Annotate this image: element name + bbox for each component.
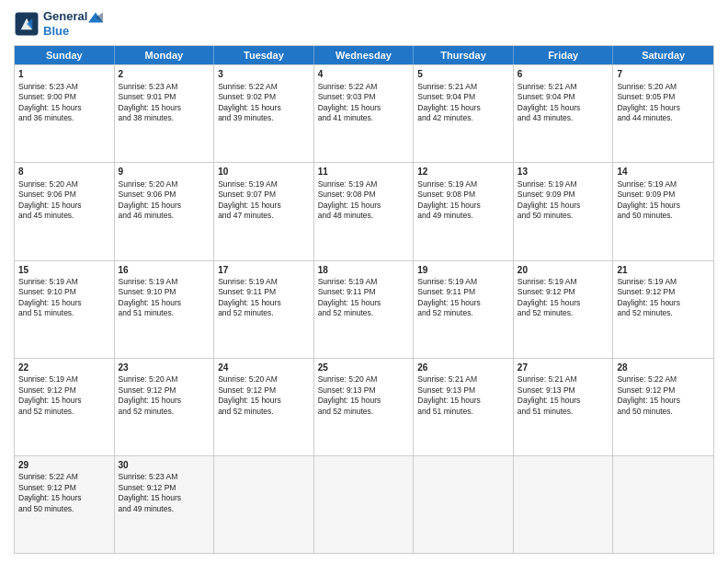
day-info-10: Sunrise: 5:19 AM Sunset: 9:07 PM Dayligh… bbox=[218, 179, 281, 220]
day-cell-11: 11Sunrise: 5:19 AM Sunset: 9:08 PM Dayli… bbox=[314, 163, 415, 259]
day-number-5: 5 bbox=[417, 68, 509, 81]
header-wednesday: Wednesday bbox=[314, 46, 415, 64]
empty-cell bbox=[414, 456, 514, 553]
day-cell-7: 7Sunrise: 5:20 AM Sunset: 9:05 PM Daylig… bbox=[613, 65, 713, 162]
day-info-17: Sunrise: 5:19 AM Sunset: 9:11 PM Dayligh… bbox=[218, 277, 281, 317]
calendar-body: 1Sunrise: 5:23 AM Sunset: 9:00 PM Daylig… bbox=[15, 64, 713, 553]
empty-cell bbox=[214, 456, 314, 553]
week-row-4: 22Sunrise: 5:19 AM Sunset: 9:12 PM Dayli… bbox=[15, 358, 713, 455]
day-number-17: 17 bbox=[218, 264, 310, 277]
day-number-8: 8 bbox=[18, 166, 110, 178]
calendar-header: SundayMondayTuesdayWednesdayThursdayFrid… bbox=[15, 46, 713, 64]
week-row-1: 1Sunrise: 5:23 AM Sunset: 9:00 PM Daylig… bbox=[15, 64, 713, 162]
day-cell-15: 15Sunrise: 5:19 AM Sunset: 9:10 PM Dayli… bbox=[15, 261, 115, 358]
header-sunday: Sunday bbox=[15, 46, 115, 64]
day-cell-19: 19Sunrise: 5:19 AM Sunset: 9:11 PM Dayli… bbox=[414, 261, 514, 358]
logo-icon bbox=[14, 11, 40, 37]
day-info-30: Sunrise: 5:23 AM Sunset: 9:12 PM Dayligh… bbox=[119, 472, 182, 512]
day-cell-29: 29Sunrise: 5:22 AM Sunset: 9:12 PM Dayli… bbox=[15, 456, 115, 553]
day-number-30: 30 bbox=[119, 459, 210, 472]
day-cell-13: 13Sunrise: 5:19 AM Sunset: 9:09 PM Dayli… bbox=[514, 163, 614, 259]
day-info-24: Sunrise: 5:20 AM Sunset: 9:12 PM Dayligh… bbox=[218, 374, 281, 415]
day-number-27: 27 bbox=[518, 362, 609, 374]
day-cell-17: 17Sunrise: 5:19 AM Sunset: 9:11 PM Dayli… bbox=[214, 261, 314, 358]
day-number-14: 14 bbox=[617, 166, 710, 178]
day-info-19: Sunrise: 5:19 AM Sunset: 9:11 PM Dayligh… bbox=[417, 277, 481, 317]
day-info-26: Sunrise: 5:21 AM Sunset: 9:13 PM Dayligh… bbox=[417, 374, 481, 415]
calendar: SundayMondayTuesdayWednesdayThursdayFrid… bbox=[14, 45, 714, 554]
day-cell-16: 16Sunrise: 5:19 AM Sunset: 9:10 PM Dayli… bbox=[115, 261, 215, 358]
day-cell-30: 30Sunrise: 5:23 AM Sunset: 9:12 PM Dayli… bbox=[115, 456, 215, 553]
day-info-5: Sunrise: 5:21 AM Sunset: 9:04 PM Dayligh… bbox=[417, 82, 481, 122]
day-cell-25: 25Sunrise: 5:20 AM Sunset: 9:13 PM Dayli… bbox=[314, 359, 415, 455]
day-number-22: 22 bbox=[18, 362, 110, 374]
day-info-14: Sunrise: 5:19 AM Sunset: 9:09 PM Dayligh… bbox=[617, 179, 680, 220]
day-cell-10: 10Sunrise: 5:19 AM Sunset: 9:07 PM Dayli… bbox=[214, 163, 314, 259]
day-info-11: Sunrise: 5:19 AM Sunset: 9:08 PM Dayligh… bbox=[318, 179, 381, 220]
day-number-20: 20 bbox=[518, 264, 609, 277]
day-info-6: Sunrise: 5:21 AM Sunset: 9:04 PM Dayligh… bbox=[518, 82, 581, 122]
day-number-19: 19 bbox=[417, 264, 509, 277]
day-number-15: 15 bbox=[18, 264, 110, 277]
day-cell-26: 26Sunrise: 5:21 AM Sunset: 9:13 PM Dayli… bbox=[414, 359, 514, 455]
logo-text: GeneralBlue bbox=[43, 9, 103, 38]
day-info-13: Sunrise: 5:19 AM Sunset: 9:09 PM Dayligh… bbox=[518, 179, 581, 220]
day-number-2: 2 bbox=[119, 68, 210, 81]
day-info-3: Sunrise: 5:22 AM Sunset: 9:02 PM Dayligh… bbox=[218, 82, 281, 122]
empty-cell bbox=[613, 456, 713, 553]
day-number-12: 12 bbox=[417, 166, 509, 178]
day-info-28: Sunrise: 5:22 AM Sunset: 9:12 PM Dayligh… bbox=[617, 374, 680, 415]
day-number-28: 28 bbox=[617, 362, 710, 374]
day-number-11: 11 bbox=[318, 166, 410, 178]
week-row-5: 29Sunrise: 5:22 AM Sunset: 9:12 PM Dayli… bbox=[15, 455, 713, 553]
day-info-8: Sunrise: 5:20 AM Sunset: 9:06 PM Dayligh… bbox=[18, 179, 82, 220]
day-number-10: 10 bbox=[218, 166, 310, 178]
day-cell-28: 28Sunrise: 5:22 AM Sunset: 9:12 PM Dayli… bbox=[613, 359, 713, 455]
day-info-18: Sunrise: 5:19 AM Sunset: 9:11 PM Dayligh… bbox=[318, 277, 381, 317]
day-info-12: Sunrise: 5:19 AM Sunset: 9:08 PM Dayligh… bbox=[417, 179, 481, 220]
day-cell-1: 1Sunrise: 5:23 AM Sunset: 9:00 PM Daylig… bbox=[15, 65, 115, 162]
day-cell-20: 20Sunrise: 5:19 AM Sunset: 9:12 PM Dayli… bbox=[514, 261, 614, 358]
day-info-16: Sunrise: 5:19 AM Sunset: 9:10 PM Dayligh… bbox=[119, 277, 182, 317]
empty-cell bbox=[514, 456, 614, 553]
day-info-29: Sunrise: 5:22 AM Sunset: 9:12 PM Dayligh… bbox=[18, 472, 82, 512]
day-info-1: Sunrise: 5:23 AM Sunset: 9:00 PM Dayligh… bbox=[18, 82, 82, 122]
day-number-6: 6 bbox=[518, 68, 609, 81]
day-cell-23: 23Sunrise: 5:20 AM Sunset: 9:12 PM Dayli… bbox=[115, 359, 215, 455]
day-number-26: 26 bbox=[417, 362, 509, 374]
header-thursday: Thursday bbox=[414, 46, 514, 64]
header: GeneralBlue bbox=[14, 9, 714, 38]
day-info-27: Sunrise: 5:21 AM Sunset: 9:13 PM Dayligh… bbox=[518, 374, 581, 415]
day-info-21: Sunrise: 5:19 AM Sunset: 9:12 PM Dayligh… bbox=[617, 277, 680, 317]
header-friday: Friday bbox=[514, 46, 614, 64]
empty-cell bbox=[314, 456, 415, 553]
day-cell-12: 12Sunrise: 5:19 AM Sunset: 9:08 PM Dayli… bbox=[414, 163, 514, 259]
day-cell-22: 22Sunrise: 5:19 AM Sunset: 9:12 PM Dayli… bbox=[15, 359, 115, 455]
day-number-1: 1 bbox=[18, 68, 110, 81]
day-info-20: Sunrise: 5:19 AM Sunset: 9:12 PM Dayligh… bbox=[518, 277, 581, 317]
header-saturday: Saturday bbox=[613, 46, 713, 64]
day-cell-21: 21Sunrise: 5:19 AM Sunset: 9:12 PM Dayli… bbox=[613, 261, 713, 358]
day-number-3: 3 bbox=[218, 68, 310, 81]
day-cell-18: 18Sunrise: 5:19 AM Sunset: 9:11 PM Dayli… bbox=[314, 261, 415, 358]
day-cell-8: 8Sunrise: 5:20 AM Sunset: 9:06 PM Daylig… bbox=[15, 163, 115, 259]
day-cell-24: 24Sunrise: 5:20 AM Sunset: 9:12 PM Dayli… bbox=[214, 359, 314, 455]
header-monday: Monday bbox=[115, 46, 215, 64]
day-number-13: 13 bbox=[518, 166, 609, 178]
day-cell-3: 3Sunrise: 5:22 AM Sunset: 9:02 PM Daylig… bbox=[214, 65, 314, 162]
day-info-7: Sunrise: 5:20 AM Sunset: 9:05 PM Dayligh… bbox=[617, 82, 680, 122]
day-cell-27: 27Sunrise: 5:21 AM Sunset: 9:13 PM Dayli… bbox=[514, 359, 614, 455]
page: GeneralBlue SundayMondayTuesdayWednesday… bbox=[0, 0, 728, 563]
day-number-9: 9 bbox=[119, 166, 210, 178]
day-number-16: 16 bbox=[119, 264, 210, 277]
week-row-2: 8Sunrise: 5:20 AM Sunset: 9:06 PM Daylig… bbox=[15, 162, 713, 259]
logo: GeneralBlue bbox=[14, 9, 103, 38]
day-number-21: 21 bbox=[617, 264, 710, 277]
day-info-25: Sunrise: 5:20 AM Sunset: 9:13 PM Dayligh… bbox=[318, 374, 381, 415]
day-cell-9: 9Sunrise: 5:20 AM Sunset: 9:06 PM Daylig… bbox=[115, 163, 215, 259]
day-info-15: Sunrise: 5:19 AM Sunset: 9:10 PM Dayligh… bbox=[18, 277, 82, 317]
day-cell-6: 6Sunrise: 5:21 AM Sunset: 9:04 PM Daylig… bbox=[514, 65, 614, 162]
day-number-29: 29 bbox=[18, 459, 110, 472]
day-number-24: 24 bbox=[218, 362, 310, 374]
week-row-3: 15Sunrise: 5:19 AM Sunset: 9:10 PM Dayli… bbox=[15, 260, 713, 358]
